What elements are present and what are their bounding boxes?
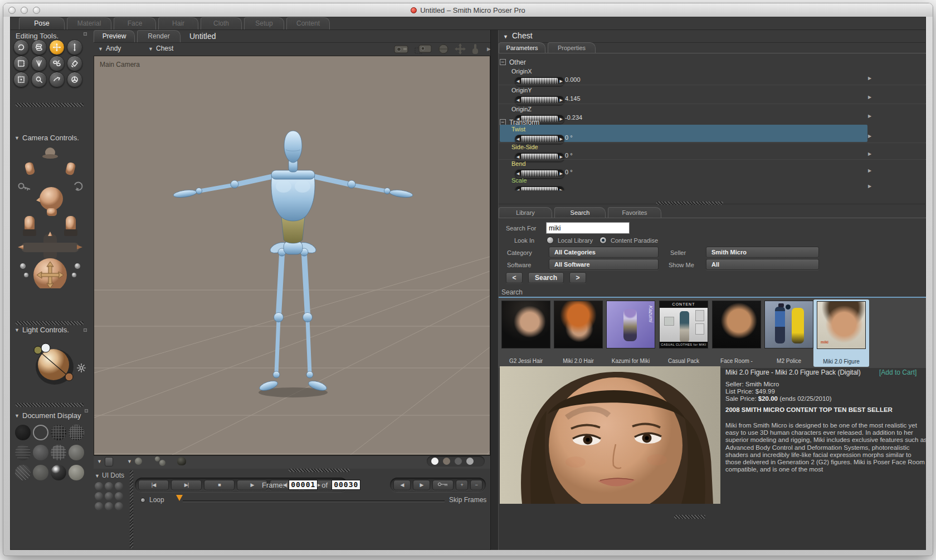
total-frames-field[interactable]: 00030 xyxy=(332,480,360,490)
display-style-silhouette[interactable] xyxy=(15,425,31,440)
param-menu-arrow-icon[interactable]: ▶ xyxy=(868,95,871,100)
shadow-ball-icon[interactable] xyxy=(177,457,186,465)
display-dot[interactable] xyxy=(455,458,462,465)
result-thumb-g2-jessi-hair[interactable] xyxy=(501,301,550,348)
display-style-smooth-lined[interactable] xyxy=(15,465,31,480)
camera-controls-collapse-icon[interactable]: ▼ xyxy=(14,135,20,141)
param-menu-arrow-icon[interactable]: ▶ xyxy=(868,134,871,139)
tool-grouping-icon[interactable] xyxy=(49,72,65,87)
result-thumb-kazumi[interactable]: Kazumi xyxy=(606,301,655,348)
prev-page-button[interactable]: < xyxy=(506,272,523,283)
tab-search[interactable]: Search xyxy=(554,207,606,218)
next-key-button[interactable]: ▶ xyxy=(413,480,430,490)
param-dial-originy[interactable]: ◀▶ xyxy=(515,94,564,105)
param-dial-scale[interactable]: ◀▶ xyxy=(515,184,564,190)
result-thumb-m2-police[interactable] xyxy=(764,301,813,348)
tool-color-icon[interactable] xyxy=(67,56,82,71)
param-dial-originx[interactable]: ◀▶ xyxy=(515,75,564,86)
tab-preview[interactable]: Preview xyxy=(94,30,135,42)
timeline-track[interactable] xyxy=(183,500,445,502)
sidebar-splitter[interactable] xyxy=(16,103,84,107)
radio-content-paradise-label[interactable]: Content Paradise xyxy=(611,237,658,244)
panel-corner-icon[interactable] xyxy=(84,32,87,36)
software-dropdown[interactable]: All Software xyxy=(549,259,659,270)
tool-scale-icon[interactable] xyxy=(13,56,29,71)
result-thumb-miki-2-hair[interactable] xyxy=(554,301,603,348)
trackball-icon[interactable] xyxy=(438,43,449,55)
param-value[interactable]: 4.145 xyxy=(565,95,581,102)
tool-chain-break-icon[interactable] xyxy=(49,56,65,71)
loop-toggle[interactable] xyxy=(140,498,145,503)
timeline-splitter[interactable] xyxy=(289,469,350,472)
tool-twist-icon[interactable] xyxy=(31,40,47,55)
param-menu-arrow-icon[interactable]: ▶ xyxy=(868,168,871,173)
multi-ball-icon[interactable] xyxy=(155,456,160,461)
prev-key-button[interactable]: ◀ xyxy=(393,480,411,490)
light-controls-collapse-icon[interactable]: ▼ xyxy=(14,327,20,333)
sidebar-splitter[interactable] xyxy=(16,403,84,407)
tab-pose[interactable]: Pose xyxy=(19,17,65,30)
title-bar[interactable]: Untitled – Smith Micro Poser Pro xyxy=(3,3,933,17)
display-style-outline[interactable] xyxy=(33,425,48,440)
tracking-square-icon[interactable] xyxy=(105,457,113,466)
radio-local-library-label[interactable]: Local Library xyxy=(558,237,593,244)
display-style-smooth-shaded[interactable] xyxy=(33,465,48,480)
add-key-button[interactable]: + xyxy=(456,480,468,490)
panel-scrollbar[interactable] xyxy=(490,30,499,550)
panel-divider[interactable] xyxy=(130,470,133,548)
result-thumb-miki-2-figure[interactable]: miki xyxy=(817,301,866,349)
param-menu-arrow-icon[interactable]: ▶ xyxy=(868,114,871,119)
group-other-collapse[interactable]: − xyxy=(500,59,506,65)
display-style-cartoon[interactable] xyxy=(69,445,84,460)
stop-button[interactable]: ■ xyxy=(204,480,235,490)
panel-corner-icon[interactable] xyxy=(84,328,87,332)
multi-ball-icon[interactable] xyxy=(159,460,165,466)
tool-zoom-icon[interactable] xyxy=(31,72,47,87)
tool-taper-icon[interactable] xyxy=(31,56,47,71)
sidebar-splitter[interactable] xyxy=(16,321,84,325)
document-display-collapse-icon[interactable]: ▼ xyxy=(14,413,20,419)
camera-view-icon[interactable] xyxy=(393,43,410,55)
tool-view-magnifier-icon[interactable] xyxy=(67,72,82,87)
display-style-lit-wireframe[interactable] xyxy=(15,445,31,460)
tab-cloth[interactable]: Cloth xyxy=(201,17,242,30)
tab-setup[interactable]: Setup xyxy=(244,17,284,30)
display-style-hidden-line[interactable] xyxy=(69,425,84,440)
display-dot[interactable] xyxy=(443,458,450,465)
first-frame-button[interactable]: |◀ xyxy=(138,480,169,490)
tab-properties[interactable]: Properties xyxy=(548,42,596,53)
param-dial-twist[interactable]: ◀▶ xyxy=(515,132,564,144)
tab-content[interactable]: Content xyxy=(286,17,330,30)
search-button[interactable]: Search xyxy=(528,272,564,283)
tracking-menu-icon[interactable]: ▼ xyxy=(127,459,132,464)
result-thumb-face-room[interactable] xyxy=(712,301,761,348)
actor-collapse-icon[interactable]: ▼ xyxy=(503,34,508,40)
param-value[interactable]: 0 ° xyxy=(565,134,573,141)
next-page-button[interactable]: > xyxy=(569,272,586,283)
param-menu-arrow-icon[interactable]: ▶ xyxy=(868,151,871,156)
detail-pane-handle[interactable] xyxy=(674,515,705,519)
search-input[interactable] xyxy=(546,222,630,234)
param-menu-arrow-icon[interactable]: ▶ xyxy=(868,184,871,189)
display-style-wireframe[interactable] xyxy=(51,425,66,440)
timeline-marker[interactable] xyxy=(176,495,183,501)
delete-key-button[interactable]: − xyxy=(470,480,482,490)
param-value[interactable]: -0.234 xyxy=(565,114,582,121)
tracking-ball-icon[interactable] xyxy=(135,458,142,465)
panel-splitter[interactable] xyxy=(656,202,723,205)
result-thumb-casual-pack[interactable]: CONTENT CASUAL CLOTHES for MIKI xyxy=(659,301,708,348)
tab-favorites[interactable]: Favorites xyxy=(608,207,661,218)
tool-morph-icon[interactable] xyxy=(13,72,29,87)
figure-selector[interactable]: Andy xyxy=(106,45,121,52)
tab-render[interactable]: Render xyxy=(137,30,181,42)
edit-keyframes-button[interactable] xyxy=(432,480,454,490)
ui-dots-collapse-icon[interactable]: ▼ xyxy=(95,473,100,479)
display-dot-active[interactable] xyxy=(431,458,438,465)
finger-pose-icon[interactable] xyxy=(471,43,479,55)
display-dot[interactable] xyxy=(466,458,474,465)
light-controls-widget[interactable] xyxy=(25,341,89,388)
tab-hair[interactable]: Hair xyxy=(158,17,198,30)
viewport-3d[interactable]: Main Camera xyxy=(94,56,490,455)
show-me-dropdown[interactable]: All xyxy=(706,259,819,270)
add-to-cart-link[interactable]: [Add to Cart] xyxy=(879,369,916,376)
